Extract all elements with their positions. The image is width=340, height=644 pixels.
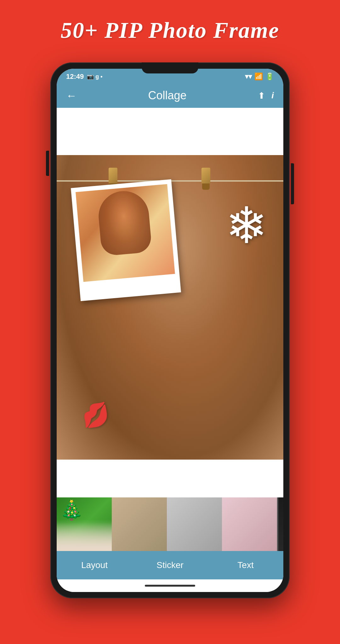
lips-sticker[interactable]: 💋	[80, 400, 111, 430]
clothespin-right	[201, 168, 210, 190]
white-top-area	[57, 108, 283, 155]
app-bar: ← Collage ⬆ i	[57, 83, 283, 108]
thumbnail-magnifier[interactable]	[167, 497, 222, 551]
collage-title: Collage	[83, 89, 252, 102]
baby-overlay-1	[57, 519, 112, 551]
snowflake-sticker[interactable]: ❄	[225, 196, 268, 255]
status-right: ▾▾ 📶 🔋	[245, 73, 274, 81]
tab-text[interactable]: Text	[208, 551, 283, 579]
status-left: 12:49 📷 g •	[66, 73, 103, 81]
home-indicator	[57, 579, 283, 592]
home-bar	[145, 585, 195, 587]
app-title: 50+ PIP Photo Frame	[61, 18, 279, 43]
thumbnail-car-mirror[interactable]	[112, 497, 167, 551]
thumbnail-strip	[57, 497, 283, 551]
couple-silhouette	[97, 189, 152, 256]
white-bottom-area	[57, 460, 283, 497]
notification-icons: 📷 g •	[87, 73, 102, 80]
tab-bar: Layout Sticker Text	[57, 551, 283, 579]
photo-canvas[interactable]: 💋 ❄	[57, 155, 283, 460]
polaroid-frame[interactable]	[71, 179, 181, 301]
polaroid-image	[76, 184, 175, 282]
thumbnail-perfume[interactable]	[222, 497, 277, 551]
phone-notch	[142, 62, 198, 73]
phone-mockup: 12:49 📷 g • ▾▾ 📶 🔋 ← Collage ⬆ i	[50, 62, 290, 598]
phone-screen: 12:49 📷 g • ▾▾ 📶 🔋 ← Collage ⬆ i	[57, 69, 283, 592]
back-button[interactable]: ←	[66, 90, 77, 102]
thumbnail-film[interactable]	[277, 497, 283, 551]
wifi-icon: ▾▾	[245, 73, 252, 81]
battery-icon: 🔋	[265, 73, 274, 81]
app-title-container: 50+ PIP Photo Frame	[61, 17, 279, 44]
info-button[interactable]: i	[271, 90, 274, 101]
tab-sticker[interactable]: Sticker	[132, 551, 208, 579]
app-bar-actions: ⬆ i	[258, 90, 274, 101]
share-button[interactable]: ⬆	[258, 90, 265, 101]
thumbnail-christmas[interactable]	[57, 497, 112, 551]
tab-layout[interactable]: Layout	[57, 551, 132, 579]
signal-icon: 📶	[254, 73, 263, 81]
clock: 12:49	[66, 73, 84, 81]
